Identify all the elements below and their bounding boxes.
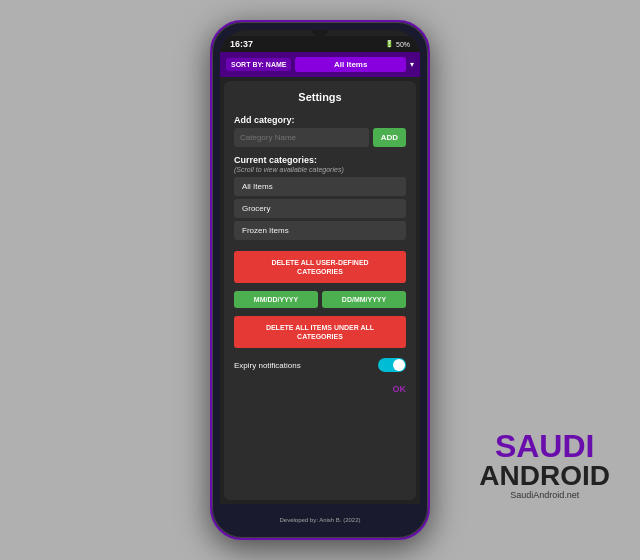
add-category-label: Add category: — [234, 115, 406, 125]
settings-panel: Settings Add category: ADD Current categ… — [224, 81, 416, 500]
bottom-bar: Developed by: Anish B. (2022) — [220, 504, 420, 530]
delete-all-items-button[interactable]: DELETE ALL ITEMS UNDER ALLCATEGORIES — [234, 316, 406, 348]
category-item-frozen-items[interactable]: Frozen Items — [234, 221, 406, 240]
battery-percent: 50% — [396, 41, 410, 48]
dev-credit: Developed by: Anish B. (2022) — [279, 517, 360, 523]
watermark-android: ANDROID — [479, 462, 610, 490]
date-format-row: MM/DD/YYYY DD/MM/YYYY — [234, 291, 406, 308]
status-time: 16:37 — [230, 39, 253, 49]
ok-button[interactable]: OK — [393, 384, 407, 394]
category-name-input[interactable] — [234, 128, 369, 147]
category-item-all-items[interactable]: All Items — [234, 177, 406, 196]
expiry-notifications-label: Expiry notifications — [234, 361, 301, 370]
top-bar: SORT BY: NAME All Items ▾ — [220, 52, 420, 77]
category-item-grocery[interactable]: Grocery — [234, 199, 406, 218]
add-category-row: ADD — [234, 128, 406, 147]
date-format-mdy-button[interactable]: MM/DD/YYYY — [234, 291, 318, 308]
phone-screen: 16:37 🔋 50% SORT BY: NAME All Items ▾ Se… — [220, 30, 420, 530]
date-format-dmy-button[interactable]: DD/MM/YYYY — [322, 291, 406, 308]
current-categories-label: Current categories: — [234, 155, 406, 165]
status-bar: 16:37 🔋 50% — [220, 36, 420, 52]
status-icons: 🔋 50% — [385, 40, 410, 48]
current-categories-section: Current categories: (Scroll to view avai… — [234, 155, 406, 243]
add-category-button[interactable]: ADD — [373, 128, 406, 147]
scroll-hint: (Scroll to view available categories) — [234, 166, 406, 173]
watermark-site: SaudiAndroid.net — [479, 490, 610, 500]
add-category-section: Add category: ADD — [234, 115, 406, 147]
battery-icon: 🔋 — [385, 40, 394, 48]
sort-label: SORT BY: NAME — [226, 58, 291, 71]
watermark-saudi: SAUDI — [479, 430, 610, 462]
expiry-notifications-toggle[interactable] — [378, 358, 406, 372]
phone-frame: 16:37 🔋 50% SORT BY: NAME All Items ▾ Se… — [210, 20, 430, 540]
all-items-tab[interactable]: All Items — [295, 57, 406, 72]
watermark-area: SAUDI ANDROID SaudiAndroid.net — [479, 430, 610, 500]
delete-all-categories-button[interactable]: DELETE ALL USER-DEFINEDCATEGORIES — [234, 251, 406, 283]
settings-title: Settings — [234, 91, 406, 103]
expiry-notifications-row: Expiry notifications — [234, 356, 406, 374]
dropdown-arrow-icon[interactable]: ▾ — [410, 60, 414, 69]
ok-row: OK — [234, 382, 406, 396]
